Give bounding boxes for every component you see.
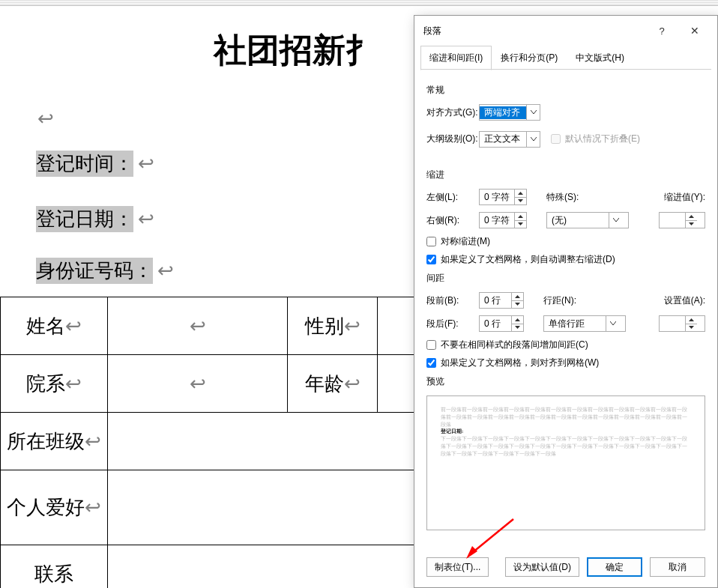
space-before-spinner[interactable]: 0 行 xyxy=(479,292,524,309)
spinner-buttons[interactable] xyxy=(511,293,523,308)
table-row: 个人爱好↩ xyxy=(1,470,415,545)
chevron-up-icon[interactable] xyxy=(512,293,523,301)
tab-line-page-breaks[interactable]: 换行和分页(P) xyxy=(492,46,567,70)
label-auto-right: 如果定义了文档网格，则自动调整右缩进(D) xyxy=(441,253,615,266)
chevron-up-icon[interactable] xyxy=(686,213,697,221)
paragraph-mark-icon: ↩ xyxy=(37,107,54,130)
cell-class-value[interactable] xyxy=(108,413,415,470)
section-general: 常规 xyxy=(426,84,705,97)
label-mirror: 对称缩进(M) xyxy=(441,235,490,248)
line-spacing-select[interactable]: 单倍行距 xyxy=(543,315,626,332)
tab-indent-spacing[interactable]: 缩进和间距(I) xyxy=(420,46,492,70)
section-preview: 预览 xyxy=(426,375,705,388)
cell-hobby-label[interactable]: 个人爱好↩ xyxy=(1,470,108,545)
align-grid-checkbox[interactable] xyxy=(426,358,436,368)
dialog-tabs: 缩进和间距(I) 换行和分页(P) 中文版式(H) xyxy=(414,46,717,70)
table-row: 所在班级↩ xyxy=(1,413,415,470)
no-space-same-style-checkbox[interactable] xyxy=(426,340,436,350)
cell-contact-value[interactable] xyxy=(108,545,415,589)
indent-value-spinner[interactable] xyxy=(659,212,705,228)
cell-name-value[interactable]: ↩ xyxy=(108,297,288,355)
line-register-date: 登记日期： ↩ xyxy=(36,206,154,232)
mirror-indent-checkbox[interactable] xyxy=(426,237,436,246)
outline-select[interactable]: 正文文本 xyxy=(479,131,540,148)
chevron-up-icon[interactable] xyxy=(686,316,697,324)
ruler-area xyxy=(0,0,718,5)
cell-gender-label[interactable]: 性别↩ xyxy=(288,297,378,355)
spinner-buttons[interactable] xyxy=(511,316,523,331)
help-button[interactable]: ? xyxy=(645,19,678,43)
form-table: 姓名↩ ↩ 性别↩ 院系↩ ↩ 年龄↩ 所在班级↩ 个人爱好↩ 联系 xyxy=(0,297,415,588)
spinner-buttons[interactable] xyxy=(685,316,697,331)
paragraph-mark-icon: ↩ xyxy=(344,315,360,337)
collapse-checkbox xyxy=(551,134,561,144)
chevron-down-icon xyxy=(606,316,619,331)
paragraph-dialog: 段落 ? ✕ 缩进和间距(I) 换行和分页(P) 中文版式(H) 常规 对齐方式… xyxy=(414,15,718,588)
chevron-up-icon[interactable] xyxy=(515,213,526,221)
dialog-body: 常规 对齐方式(G): 两端对齐 大纲级别(O): 正文文本 默认情况下折叠(E… xyxy=(414,70,717,550)
left-indent-spinner[interactable]: 0 字符 xyxy=(479,189,527,205)
cell-contact-label[interactable]: 联系 xyxy=(1,545,108,589)
label-no-space: 不要在相同样式的段落间增加间距(C) xyxy=(441,339,588,351)
label-outline: 大纲级别(O): xyxy=(426,133,479,145)
setting-value-spinner[interactable] xyxy=(659,315,705,332)
close-button[interactable]: ✕ xyxy=(678,19,711,43)
selected-text[interactable]: 身份证号码： xyxy=(36,258,153,284)
cell-age-value[interactable] xyxy=(378,355,415,413)
ok-button[interactable]: 确定 xyxy=(587,557,642,577)
cell-hobby-value[interactable] xyxy=(108,470,415,545)
chevron-down-icon[interactable] xyxy=(512,324,523,332)
paragraph-mark-icon: ↩ xyxy=(85,430,101,452)
spinner-buttons[interactable] xyxy=(685,213,697,228)
space-after-spinner[interactable]: 0 行 xyxy=(479,315,524,332)
document-title: 社团招新扌 xyxy=(214,28,378,73)
alignment-value: 两端对齐 xyxy=(480,106,526,119)
empty-paragraph: ↩ xyxy=(37,107,54,130)
dialog-title: 段落 xyxy=(423,25,645,37)
tabs-button[interactable]: 制表位(T)... xyxy=(426,557,489,577)
cell-dept-label[interactable]: 院系↩ xyxy=(1,355,108,413)
alignment-select[interactable]: 两端对齐 xyxy=(479,104,540,121)
dialog-titlebar[interactable]: 段落 ? ✕ xyxy=(414,16,717,46)
section-indent: 缩进 xyxy=(426,169,705,181)
chevron-up-icon[interactable] xyxy=(515,190,526,198)
cancel-button[interactable]: 取消 xyxy=(650,557,705,577)
chevron-down-icon[interactable] xyxy=(515,198,526,205)
paragraph-mark-icon: ↩ xyxy=(138,207,154,231)
chevron-down-icon[interactable] xyxy=(515,221,526,228)
cell-class-label[interactable]: 所在班级↩ xyxy=(1,413,108,470)
section-spacing: 间距 xyxy=(426,272,705,285)
cell-name-label[interactable]: 姓名↩ xyxy=(1,297,108,355)
label-line-spacing: 行距(N): xyxy=(543,294,592,307)
chevron-down-icon xyxy=(526,132,540,147)
outline-value: 正文文本 xyxy=(480,133,526,145)
paragraph-mark-icon: ↩ xyxy=(65,372,82,395)
tab-chinese-layout[interactable]: 中文版式(H) xyxy=(567,46,633,70)
chevron-down-icon[interactable] xyxy=(686,324,697,332)
preview-text-current: 登记日期: xyxy=(441,428,691,436)
chevron-up-icon[interactable] xyxy=(512,316,523,324)
selected-text[interactable]: 登记时间： xyxy=(36,151,133,177)
chevron-down-icon xyxy=(526,105,540,120)
table-row: 姓名↩ ↩ 性别↩ xyxy=(1,297,415,355)
label-before: 段前(B): xyxy=(426,294,479,307)
cell-age-label[interactable]: 年龄↩ xyxy=(288,355,378,413)
paragraph-mark-icon: ↩ xyxy=(344,372,360,395)
cell-dept-value[interactable]: ↩ xyxy=(108,355,288,413)
special-indent-select[interactable]: (无) xyxy=(546,212,629,228)
spinner-buttons[interactable] xyxy=(514,213,526,228)
table-row: 联系 xyxy=(1,545,415,589)
chevron-down-icon[interactable] xyxy=(512,301,523,309)
label-setting-value: 设置值(A): xyxy=(653,294,705,307)
auto-right-indent-checkbox[interactable] xyxy=(426,255,436,264)
paragraph-mark-icon: ↩ xyxy=(138,152,154,175)
table-row: 院系↩ ↩ 年龄↩ xyxy=(1,355,415,413)
right-indent-spinner[interactable]: 0 字符 xyxy=(479,212,527,228)
label-after: 段后(F): xyxy=(426,318,479,330)
selected-text[interactable]: 登记日期： xyxy=(36,206,133,232)
chevron-down-icon xyxy=(609,213,622,228)
cell-gender-value[interactable] xyxy=(378,297,415,355)
chevron-down-icon[interactable] xyxy=(686,221,697,228)
spinner-buttons[interactable] xyxy=(514,190,526,204)
set-default-button[interactable]: 设为默认值(D) xyxy=(505,557,579,577)
